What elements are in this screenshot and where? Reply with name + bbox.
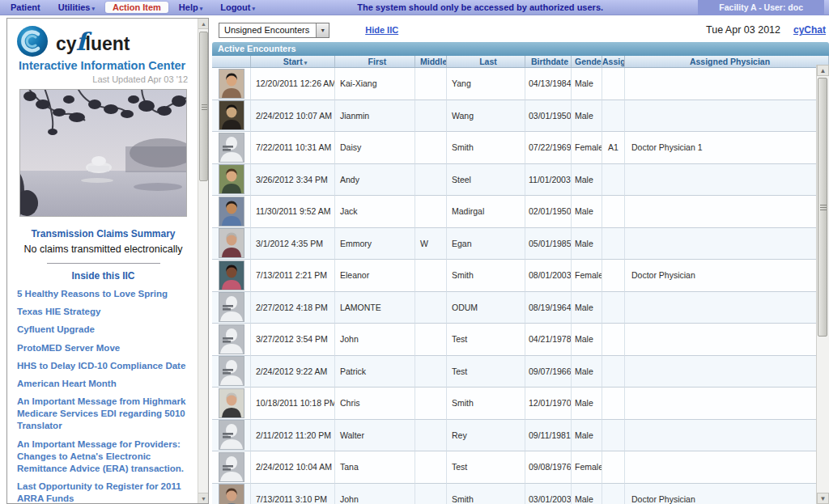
- sidebar-link[interactable]: An Important Message from Highmark Medic…: [17, 396, 193, 433]
- cell-gender: Female: [572, 260, 602, 292]
- cell-first: Daisy: [335, 132, 415, 164]
- cell-birthdate: 07/22/1969: [525, 132, 572, 164]
- table-row[interactable]: 2/27/2012 4:18 PMLAMONTEODUM08/19/1964Ma…: [212, 292, 816, 324]
- cell-last: Test: [447, 451, 525, 484]
- sidebar-link[interactable]: Texas HIE Strategy: [17, 306, 193, 318]
- chevron-down-icon[interactable]: ▼: [316, 23, 329, 37]
- cychat-link[interactable]: cyChat: [793, 24, 826, 36]
- column-header-last[interactable]: Last: [447, 56, 525, 67]
- column-header-assign[interactable]: Assign: [602, 56, 625, 67]
- scrollbar-thumb[interactable]: [818, 78, 827, 337]
- cell-start: 7/13/2011 2:21 PM: [251, 260, 335, 292]
- chevron-down-icon: ▾: [91, 6, 95, 11]
- cell-start: 2/11/2012 11:20 PM: [251, 420, 335, 452]
- table-row[interactable]: 3/27/2012 3:54 PMJohnTest04/21/1978Male: [212, 324, 816, 356]
- cell-gender: Male: [572, 388, 602, 420]
- cell-middle: [415, 68, 447, 100]
- cell-middle: [415, 260, 447, 292]
- menu-item-utilities[interactable]: Utilities▾: [51, 2, 102, 13]
- menu-item-logout[interactable]: Logout▾: [213, 2, 262, 13]
- table-row[interactable]: 2/24/2012 9:22 AMPatrickTest09/07/1966Ma…: [212, 356, 816, 388]
- table-scrollbar[interactable]: ▲ ▼: [816, 65, 829, 504]
- cell-start: 10/18/2011 10:18 PM: [251, 388, 335, 420]
- scroll-down-icon[interactable]: ▼: [198, 493, 209, 503]
- cell-start: 2/27/2012 4:18 PM: [251, 292, 335, 324]
- claims-status-text: No claims transmitted electronically: [7, 244, 199, 255]
- table-row[interactable]: 11/30/2011 9:52 AMJackMadirgal02/01/1950…: [212, 196, 816, 228]
- cell-first: Emmory: [335, 228, 415, 260]
- cell-physician: [625, 228, 816, 260]
- table-row[interactable]: 3/1/2012 4:35 PMEmmoryWEgan05/01/1985Mal…: [212, 228, 816, 260]
- cell-gender: Male: [572, 420, 602, 452]
- cell-physician: [625, 196, 816, 228]
- menu-item-action-item[interactable]: Action Item: [105, 2, 168, 13]
- sidebar-scrollbar[interactable]: ▲ ▼: [198, 19, 208, 503]
- last-updated-label: Last Updated Apr 03 '12: [7, 72, 199, 89]
- cell-gender: Female: [572, 451, 602, 484]
- column-header-start[interactable]: Start▾: [251, 56, 335, 67]
- column-header-assigned-physician[interactable]: Assigned Physician: [625, 56, 829, 67]
- column-header-photo[interactable]: [212, 56, 251, 67]
- menu-item-help[interactable]: Help▾: [172, 2, 210, 13]
- cell-last: Egan: [447, 228, 525, 260]
- table-row[interactable]: 2/24/2012 10:04 AMTanaTest09/08/1976Fema…: [212, 451, 816, 484]
- scroll-down-icon[interactable]: ▼: [817, 493, 829, 504]
- table-row[interactable]: 10/18/2011 10:18 PMChrisSmith12/01/1970M…: [212, 388, 816, 420]
- sidebar-link[interactable]: Cyfluent Upgrade: [17, 324, 193, 336]
- cell-last: Steel: [447, 164, 525, 197]
- sidebar-link[interactable]: HHS to Delay ICD-10 Compliance Date: [17, 360, 193, 372]
- cell-assign: [602, 388, 625, 420]
- cell-birthdate: 09/08/1976: [525, 451, 572, 484]
- cell-gender: Male: [572, 100, 602, 133]
- table-row[interactable]: 7/22/2011 10:31 AMDaisySmith07/22/1969Fe…: [212, 132, 816, 164]
- column-header-first[interactable]: First: [335, 56, 415, 67]
- cherry-blossom-photo: [19, 89, 187, 217]
- column-header-gender[interactable]: Gender: [572, 56, 602, 67]
- encounter-filter-select[interactable]: Unsigned Encounters ▼: [219, 23, 329, 38]
- no-image-placeholder: [212, 451, 251, 484]
- cell-assign: [602, 451, 625, 484]
- sidebar-link[interactable]: 5 Healthy Reasons to Love Spring: [17, 288, 193, 300]
- scroll-up-icon[interactable]: ▲: [198, 19, 209, 29]
- cell-physician: Doctor Physician: [625, 484, 816, 504]
- cell-gender: Male: [572, 164, 602, 197]
- hide-iic-link[interactable]: Hide IIC: [365, 25, 398, 35]
- cell-assign: [602, 260, 625, 292]
- cell-birthdate: 08/01/2003: [525, 260, 572, 292]
- table-row[interactable]: 7/13/2011 2:21 PMEleanorSmith08/01/2003F…: [212, 260, 816, 292]
- cyfluent-logo: cyfluent: [7, 19, 199, 58]
- cell-last: Test: [447, 324, 525, 356]
- cell-middle: W: [415, 228, 447, 260]
- sidebar-link[interactable]: ProtoMED Server Move: [17, 342, 193, 354]
- patient-photo: [212, 100, 251, 133]
- cyfluent-logo-icon: [15, 24, 49, 58]
- table-row[interactable]: 2/24/2012 10:07 AMJianminWang03/01/1950M…: [212, 100, 816, 133]
- encounters-table-body: 12/20/2011 12:26 AMKai-XiangYang04/13/19…: [212, 68, 816, 504]
- cell-gender: Male: [572, 196, 602, 228]
- sidebar-link[interactable]: Last Opportunity to Register for 2011 AR…: [17, 481, 193, 504]
- cell-gender: Male: [572, 68, 602, 100]
- table-row[interactable]: 3/26/2012 3:34 PMAndySteel11/01/2003Male: [212, 164, 816, 197]
- transmission-claims-title[interactable]: Transmission Claims Summary: [7, 228, 199, 239]
- scrollbar-thumb[interactable]: [199, 32, 208, 181]
- table-row[interactable]: 7/13/2011 3:10 PMJohnSmith03/01/2003Male…: [212, 484, 816, 504]
- encounters-toolbar: Unsigned Encounters ▼ Hide IIC Tue Apr 0…: [212, 18, 829, 42]
- column-header-middle[interactable]: Middle: [415, 56, 447, 67]
- column-header-birthdate[interactable]: Birthdate: [525, 56, 572, 67]
- table-row[interactable]: 12/20/2011 12:26 AMKai-XiangYang04/13/19…: [212, 68, 816, 100]
- no-image-placeholder: [212, 292, 251, 324]
- cell-start: 3/26/2012 3:34 PM: [251, 164, 335, 197]
- sidebar-link[interactable]: An Important Message for Providers: Chan…: [17, 438, 193, 476]
- cell-assign: [602, 324, 625, 356]
- menu-item-patient[interactable]: Patient: [3, 2, 48, 13]
- scroll-up-icon[interactable]: ▲: [817, 65, 829, 76]
- table-row[interactable]: 2/11/2012 11:20 PMWalterRey09/11/1981Mal…: [212, 420, 816, 452]
- cell-gender: Male: [572, 324, 602, 356]
- cell-first: Kai-Xiang: [335, 68, 415, 100]
- sidebar-link[interactable]: American Heart Month: [17, 378, 193, 390]
- cell-assign: [602, 292, 625, 324]
- cell-physician: [625, 420, 816, 452]
- cell-last: Smith: [447, 260, 525, 292]
- facility-user-badge: Facility A - User: doc: [698, 0, 824, 15]
- cell-first: John: [335, 324, 415, 356]
